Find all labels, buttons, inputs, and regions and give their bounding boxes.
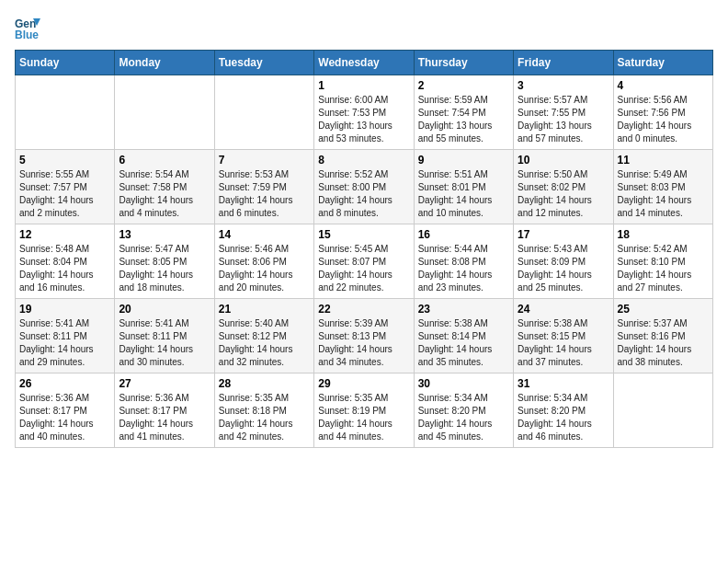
day-info: Sunrise: 5:38 AMSunset: 8:14 PMDaylight:… xyxy=(418,317,509,369)
day-cell: 13Sunrise: 5:47 AMSunset: 8:05 PMDayligh… xyxy=(115,224,214,299)
day-number: 29 xyxy=(318,377,409,390)
day-info: Sunrise: 5:53 AMSunset: 7:59 PMDaylight:… xyxy=(219,168,310,220)
day-cell: 20Sunrise: 5:41 AMSunset: 8:11 PMDayligh… xyxy=(115,299,214,373)
day-info: Sunrise: 5:52 AMSunset: 8:00 PMDaylight:… xyxy=(318,168,409,220)
day-cell xyxy=(214,75,313,150)
day-number: 19 xyxy=(19,303,110,316)
day-number: 23 xyxy=(418,303,509,316)
day-cell: 26Sunrise: 5:36 AMSunset: 8:17 PMDayligh… xyxy=(16,373,115,448)
day-number: 14 xyxy=(219,228,310,241)
logo-icon: Gen Blue xyxy=(15,15,40,40)
page-header: Gen Blue xyxy=(15,15,713,40)
day-number: 24 xyxy=(518,303,609,316)
day-cell: 19Sunrise: 5:41 AMSunset: 8:11 PMDayligh… xyxy=(16,299,115,373)
weekday-header-wednesday: Wednesday xyxy=(314,51,414,75)
day-number: 10 xyxy=(518,154,609,167)
weekday-header-saturday: Saturday xyxy=(613,51,712,75)
day-info: Sunrise: 5:41 AMSunset: 8:11 PMDaylight:… xyxy=(119,317,210,369)
day-cell: 5Sunrise: 5:55 AMSunset: 7:57 PMDaylight… xyxy=(16,150,115,224)
day-number: 17 xyxy=(518,228,609,241)
day-number: 3 xyxy=(518,79,609,92)
day-number: 8 xyxy=(318,154,409,167)
day-number: 30 xyxy=(418,377,509,390)
day-cell: 31Sunrise: 5:34 AMSunset: 8:20 PMDayligh… xyxy=(514,373,613,448)
day-number: 9 xyxy=(418,154,509,167)
day-info: Sunrise: 5:46 AMSunset: 8:06 PMDaylight:… xyxy=(219,243,310,294)
day-info: Sunrise: 5:56 AMSunset: 7:56 PMDaylight:… xyxy=(618,94,709,145)
day-number: 20 xyxy=(119,303,210,316)
svg-text:Blue: Blue xyxy=(15,29,39,40)
day-info: Sunrise: 5:55 AMSunset: 7:57 PMDaylight:… xyxy=(19,168,110,220)
calendar-table: SundayMondayTuesdayWednesdayThursdayFrid… xyxy=(15,50,713,448)
day-cell: 3Sunrise: 5:57 AMSunset: 7:55 PMDaylight… xyxy=(514,75,613,150)
day-number: 4 xyxy=(618,79,709,92)
day-cell: 12Sunrise: 5:48 AMSunset: 8:04 PMDayligh… xyxy=(16,224,115,299)
day-info: Sunrise: 5:41 AMSunset: 8:11 PMDaylight:… xyxy=(19,317,110,369)
day-cell: 23Sunrise: 5:38 AMSunset: 8:14 PMDayligh… xyxy=(414,299,513,373)
day-cell: 11Sunrise: 5:49 AMSunset: 8:03 PMDayligh… xyxy=(613,150,712,224)
day-info: Sunrise: 5:35 AMSunset: 8:19 PMDaylight:… xyxy=(318,392,409,443)
day-info: Sunrise: 6:00 AMSunset: 7:53 PMDaylight:… xyxy=(318,94,409,145)
day-cell: 14Sunrise: 5:46 AMSunset: 8:06 PMDayligh… xyxy=(214,224,313,299)
day-info: Sunrise: 5:40 AMSunset: 8:12 PMDaylight:… xyxy=(219,317,310,369)
week-row-3: 12Sunrise: 5:48 AMSunset: 8:04 PMDayligh… xyxy=(16,224,713,299)
day-cell: 27Sunrise: 5:36 AMSunset: 8:17 PMDayligh… xyxy=(115,373,214,448)
day-number: 25 xyxy=(618,303,709,316)
day-cell: 10Sunrise: 5:50 AMSunset: 8:02 PMDayligh… xyxy=(514,150,613,224)
day-info: Sunrise: 5:42 AMSunset: 8:10 PMDaylight:… xyxy=(618,243,709,294)
day-info: Sunrise: 5:47 AMSunset: 8:05 PMDaylight:… xyxy=(119,243,210,294)
day-cell: 18Sunrise: 5:42 AMSunset: 8:10 PMDayligh… xyxy=(613,224,712,299)
day-info: Sunrise: 5:50 AMSunset: 8:02 PMDaylight:… xyxy=(518,168,609,220)
weekday-header-sunday: Sunday xyxy=(16,51,115,75)
week-row-4: 19Sunrise: 5:41 AMSunset: 8:11 PMDayligh… xyxy=(16,299,713,373)
day-info: Sunrise: 5:39 AMSunset: 8:13 PMDaylight:… xyxy=(318,317,409,369)
day-number: 22 xyxy=(318,303,409,316)
day-info: Sunrise: 5:51 AMSunset: 8:01 PMDaylight:… xyxy=(418,168,509,220)
day-cell: 15Sunrise: 5:45 AMSunset: 8:07 PMDayligh… xyxy=(314,224,414,299)
weekday-header-tuesday: Tuesday xyxy=(214,51,313,75)
day-number: 15 xyxy=(318,228,409,241)
day-cell: 22Sunrise: 5:39 AMSunset: 8:13 PMDayligh… xyxy=(314,299,414,373)
day-number: 6 xyxy=(119,154,210,167)
weekday-header-monday: Monday xyxy=(115,51,214,75)
day-info: Sunrise: 5:36 AMSunset: 8:17 PMDaylight:… xyxy=(119,392,210,443)
day-info: Sunrise: 5:49 AMSunset: 8:03 PMDaylight:… xyxy=(618,168,709,220)
day-cell xyxy=(16,75,115,150)
day-cell: 1Sunrise: 6:00 AMSunset: 7:53 PMDaylight… xyxy=(314,75,414,150)
day-cell: 29Sunrise: 5:35 AMSunset: 8:19 PMDayligh… xyxy=(314,373,414,448)
logo: Gen Blue xyxy=(15,15,44,40)
day-number: 13 xyxy=(119,228,210,241)
day-info: Sunrise: 5:57 AMSunset: 7:55 PMDaylight:… xyxy=(518,94,609,145)
weekday-header-friday: Friday xyxy=(514,51,613,75)
day-cell: 7Sunrise: 5:53 AMSunset: 7:59 PMDaylight… xyxy=(214,150,313,224)
day-number: 2 xyxy=(418,79,509,92)
day-info: Sunrise: 5:35 AMSunset: 8:18 PMDaylight:… xyxy=(219,392,310,443)
day-cell: 2Sunrise: 5:59 AMSunset: 7:54 PMDaylight… xyxy=(414,75,513,150)
day-info: Sunrise: 5:34 AMSunset: 8:20 PMDaylight:… xyxy=(418,392,509,443)
day-number: 28 xyxy=(219,377,310,390)
day-cell xyxy=(613,373,712,448)
day-number: 26 xyxy=(19,377,110,390)
day-cell: 17Sunrise: 5:43 AMSunset: 8:09 PMDayligh… xyxy=(514,224,613,299)
day-number: 5 xyxy=(19,154,110,167)
day-cell: 28Sunrise: 5:35 AMSunset: 8:18 PMDayligh… xyxy=(214,373,313,448)
day-number: 18 xyxy=(618,228,709,241)
day-number: 12 xyxy=(19,228,110,241)
day-info: Sunrise: 5:48 AMSunset: 8:04 PMDaylight:… xyxy=(19,243,110,294)
day-info: Sunrise: 5:54 AMSunset: 7:58 PMDaylight:… xyxy=(119,168,210,220)
day-info: Sunrise: 5:37 AMSunset: 8:16 PMDaylight:… xyxy=(618,317,709,369)
day-cell: 6Sunrise: 5:54 AMSunset: 7:58 PMDaylight… xyxy=(115,150,214,224)
day-cell: 9Sunrise: 5:51 AMSunset: 8:01 PMDaylight… xyxy=(414,150,513,224)
day-info: Sunrise: 5:34 AMSunset: 8:20 PMDaylight:… xyxy=(518,392,609,443)
day-number: 27 xyxy=(119,377,210,390)
day-cell: 30Sunrise: 5:34 AMSunset: 8:20 PMDayligh… xyxy=(414,373,513,448)
day-info: Sunrise: 5:38 AMSunset: 8:15 PMDaylight:… xyxy=(518,317,609,369)
day-info: Sunrise: 5:44 AMSunset: 8:08 PMDaylight:… xyxy=(418,243,509,294)
day-cell xyxy=(115,75,214,150)
week-row-2: 5Sunrise: 5:55 AMSunset: 7:57 PMDaylight… xyxy=(16,150,713,224)
day-info: Sunrise: 5:59 AMSunset: 7:54 PMDaylight:… xyxy=(418,94,509,145)
day-cell: 4Sunrise: 5:56 AMSunset: 7:56 PMDaylight… xyxy=(613,75,712,150)
day-info: Sunrise: 5:45 AMSunset: 8:07 PMDaylight:… xyxy=(318,243,409,294)
day-number: 7 xyxy=(219,154,310,167)
day-number: 16 xyxy=(418,228,509,241)
